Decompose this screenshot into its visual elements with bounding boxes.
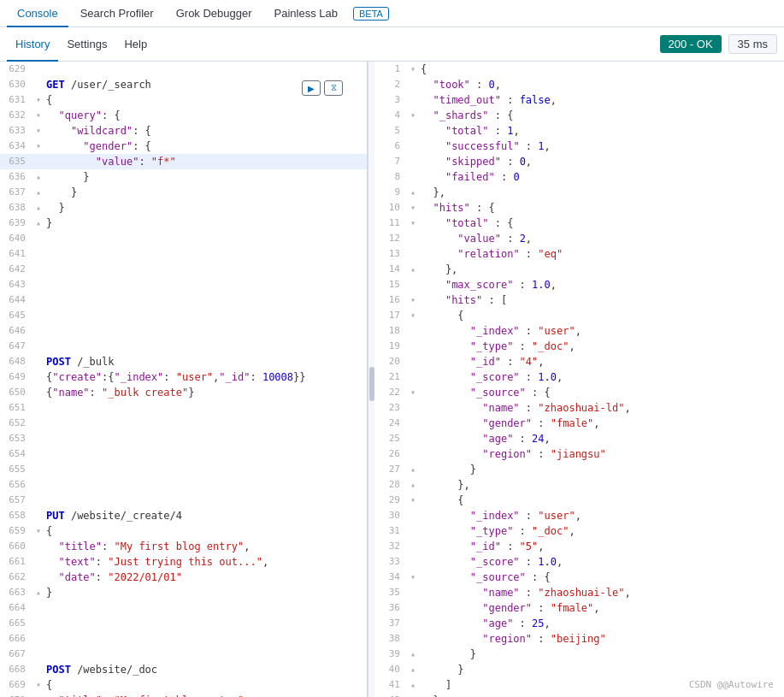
left-code-line: 635 "value": "f*" — [0, 154, 367, 169]
tab-search-profiler[interactable]: Search Profiler — [70, 0, 164, 27]
line-number: 13 — [374, 246, 407, 262]
line-number: 16 — [374, 292, 407, 308]
line-number: 645 — [0, 308, 32, 323]
left-code-line: 644 — [0, 292, 367, 308]
right-output[interactable]: 1▾{2 "took" : 0,3 "timed_out" : false,4▾… — [374, 62, 784, 697]
tab-grok-debugger[interactable]: Grok Debugger — [166, 0, 262, 27]
fold-arrow[interactable]: ▾ — [32, 92, 44, 108]
fold-arrow[interactable]: ▴ — [407, 462, 419, 477]
fold-arrow[interactable]: ▴ — [407, 693, 419, 697]
fold-arrow[interactable]: ▴ — [407, 185, 419, 200]
line-number: 669 — [0, 677, 32, 693]
code-content: }, — [419, 185, 784, 200]
splitter[interactable] — [368, 62, 374, 697]
line-number: 667 — [0, 647, 32, 662]
fold-arrow[interactable]: ▾ — [32, 523, 44, 539]
code-content: "skipped" : 0, — [419, 154, 784, 169]
code-content: { — [44, 677, 367, 693]
code-content: } — [44, 200, 367, 216]
fold-arrow[interactable]: ▾ — [32, 677, 44, 693]
left-editor[interactable]: 629630GET /user/_search631▾{632▾ "query"… — [0, 62, 368, 697]
right-code-line: 19 "_type" : "_doc", — [374, 339, 784, 354]
code-content: {"create":{"_index": "user","_id": 10008… — [44, 369, 367, 385]
left-code-line: 663▴} — [0, 585, 367, 600]
line-number: 18 — [374, 323, 407, 339]
line-number: 40 — [374, 662, 407, 677]
nav-settings[interactable]: Settings — [58, 27, 115, 62]
right-code-line: 27▴ } — [374, 462, 784, 477]
fold-arrow[interactable]: ▾ — [407, 493, 419, 508]
right-code-line: 26 "region" : "jiangsu" — [374, 446, 784, 462]
line-number: 20 — [374, 354, 407, 369]
right-code-line: 28▴ }, — [374, 477, 784, 493]
line-number: 42 — [374, 693, 407, 697]
right-code-line: 7 "skipped" : 0, — [374, 154, 784, 169]
line-number: 8 — [374, 169, 407, 185]
fold-arrow[interactable]: ▴ — [32, 585, 44, 600]
fold-arrow[interactable]: ▴ — [407, 677, 419, 693]
fold-arrow[interactable]: ▴ — [32, 169, 44, 185]
fold-arrow[interactable]: ▴ — [407, 647, 419, 662]
code-content: } — [44, 585, 367, 600]
auto-indent-button[interactable]: ⧖ — [324, 80, 343, 96]
code-content: "name" : "zhaoshuai-ld", — [419, 400, 784, 416]
code-content: } — [419, 693, 784, 697]
code-content: POST /website/_doc — [44, 662, 367, 677]
fold-arrow[interactable]: ▴ — [407, 262, 419, 277]
left-code-line: 665 — [0, 616, 367, 631]
nav-history[interactable]: History — [7, 27, 58, 62]
code-content: "gender" : "fmale", — [419, 600, 784, 616]
right-code-line: 34▾ "_source" : { — [374, 570, 784, 585]
left-code-line: 661 "text": "Just trying this out...", — [0, 554, 367, 570]
left-code-line: 648POST /_bulk — [0, 354, 367, 369]
fold-arrow[interactable]: ▾ — [407, 108, 419, 123]
tab-painless-lab[interactable]: Painless Lab — [264, 0, 348, 27]
line-number: 33 — [374, 554, 407, 570]
line-number: 36 — [374, 600, 407, 616]
code-content: "total" : { — [419, 216, 784, 231]
line-number: 2 — [374, 77, 407, 92]
code-content: "took" : 0, — [419, 77, 784, 92]
fold-arrow[interactable]: ▾ — [32, 108, 44, 123]
left-code-line: 639▴} — [0, 216, 367, 231]
fold-arrow[interactable]: ▾ — [32, 139, 44, 154]
line-number: 644 — [0, 292, 32, 308]
fold-arrow[interactable]: ▾ — [407, 200, 419, 216]
run-button[interactable]: ▶ — [302, 80, 321, 96]
line-number: 647 — [0, 339, 32, 354]
fold-arrow[interactable]: ▴ — [32, 185, 44, 200]
line-number: 11 — [374, 216, 407, 231]
fold-arrow[interactable]: ▾ — [407, 308, 419, 323]
fold-arrow[interactable]: ▴ — [32, 216, 44, 231]
fold-arrow[interactable]: ▾ — [407, 385, 419, 400]
tab-console[interactable]: Console — [7, 0, 68, 27]
code-content: } — [419, 647, 784, 662]
nav-help[interactable]: Help — [115, 27, 156, 62]
line-number: 639 — [0, 216, 32, 231]
left-code-line: 654 — [0, 446, 367, 462]
right-code-line: 18 "_index" : "user", — [374, 323, 784, 339]
right-code-line: 17▾ { — [374, 308, 784, 323]
fold-arrow[interactable]: ▾ — [32, 123, 44, 139]
code-content: { — [419, 62, 784, 77]
fold-arrow[interactable]: ▴ — [32, 200, 44, 216]
line-number: 29 — [374, 493, 407, 508]
code-content: "_index" : "user", — [419, 323, 784, 339]
code-content: "region" : "jiangsu" — [419, 446, 784, 462]
fold-arrow[interactable]: ▴ — [407, 662, 419, 677]
time-badge: 35 ms — [728, 34, 777, 54]
line-number: 629 — [0, 62, 32, 77]
right-code-line: 22▾ "_source" : { — [374, 385, 784, 400]
fold-arrow[interactable]: ▾ — [407, 62, 419, 77]
left-code-line: 640 — [0, 231, 367, 246]
line-number: 636 — [0, 169, 32, 185]
fold-arrow[interactable]: ▾ — [407, 216, 419, 231]
fold-arrow[interactable]: ▴ — [407, 477, 419, 493]
code-content: "_score" : 1.0, — [419, 554, 784, 570]
fold-arrow[interactable]: ▾ — [407, 292, 419, 308]
line-number: 638 — [0, 200, 32, 216]
right-code-area: 1▾{2 "took" : 0,3 "timed_out" : false,4▾… — [374, 62, 784, 697]
right-code-line: 6 "successful" : 1, — [374, 139, 784, 154]
line-number: 1 — [374, 62, 407, 77]
fold-arrow[interactable]: ▾ — [407, 570, 419, 585]
